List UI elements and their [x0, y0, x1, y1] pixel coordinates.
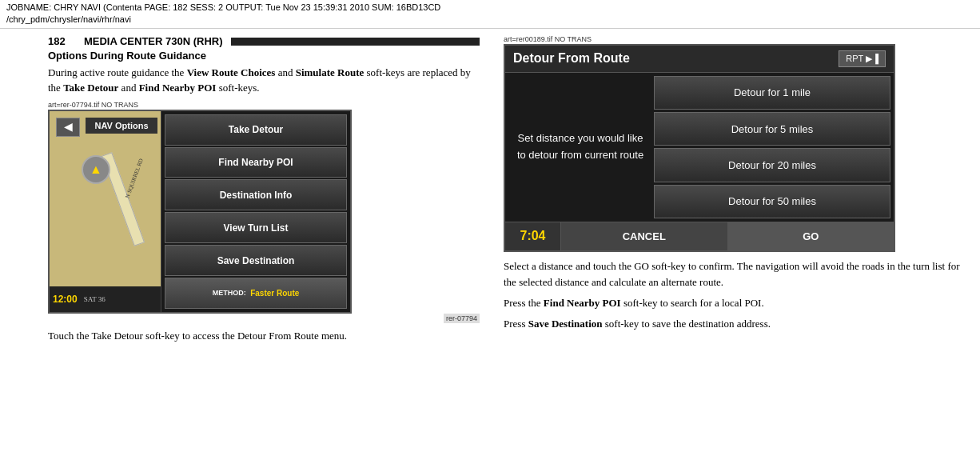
- rpt-btn[interactable]: RPT ▶▐: [839, 50, 886, 67]
- back-arrow-btn[interactable]: ◀: [56, 118, 80, 137]
- nav-map: ◀ NAV Options N SQUIRREL RD ▲ 12:00 SAT …: [50, 111, 161, 312]
- art-label-left: art=rer-07794.tif NO TRANS: [48, 101, 480, 109]
- detour-body: Set distance you would like to detour fr…: [505, 73, 894, 222]
- detour-info-text: Set distance you would like to detour fr…: [508, 76, 652, 218]
- right-paragraph3: Press Save Destination soft-key to save …: [504, 316, 964, 332]
- detour-options: Detour for 1 mile Detour for 5 miles Det…: [654, 76, 890, 218]
- nav-btn-take-detour[interactable]: Take Detour: [165, 114, 347, 146]
- art-label-right: art=rer00189.tif NO TRANS: [504, 35, 964, 43]
- body-paragraph1: During active route guidance the View Ro…: [48, 65, 480, 96]
- detour-opt-1mile[interactable]: Detour for 1 mile: [654, 76, 890, 110]
- section-heading: Options During Route Guidance: [48, 50, 480, 62]
- detour-screen: Detour From Route RPT ▶▐ Set distance yo…: [504, 44, 895, 252]
- sat-display: SAT 36: [84, 295, 106, 303]
- detour-opt-5miles[interactable]: Detour for 5 miles: [654, 112, 890, 146]
- detour-opt-50miles[interactable]: Detour for 50 miles: [654, 185, 890, 218]
- detour-footer: 7:04 CANCEL GO: [505, 222, 894, 250]
- time-display: 12:00: [53, 294, 78, 305]
- rpt-icon: ▶▐: [866, 54, 878, 64]
- detour-title: Detour From Route: [513, 51, 630, 66]
- detour-opt-20miles[interactable]: Detour for 20 miles: [654, 148, 890, 182]
- detour-time: 7:04: [505, 222, 561, 250]
- nav-btn-save-dest[interactable]: Save Destination: [165, 245, 347, 276]
- nav-bottom-bar: 12:00 SAT 36: [50, 286, 161, 312]
- nav-btn-method[interactable]: METHOD: Faster Route: [165, 278, 347, 309]
- nav-screen: ◀ NAV Options N SQUIRREL RD ▲ 12:00 SAT …: [48, 110, 352, 314]
- cancel-button[interactable]: CANCEL: [561, 222, 728, 250]
- nav-compass: ▲: [82, 155, 110, 184]
- nav-buttons: Take Detour Find Nearby POI Destination …: [161, 111, 350, 312]
- right-paragraph1: Select a distance and touch the GO soft-…: [504, 258, 964, 290]
- nav-btn-find-poi[interactable]: Find Nearby POI: [165, 147, 347, 178]
- method-value: Faster Route: [250, 289, 299, 298]
- nav-road-label: N SQUIRREL RD: [124, 158, 144, 199]
- section-number: 182: [48, 35, 66, 47]
- nav-title: NAV Options: [86, 118, 157, 134]
- right-paragraph2: Press the Find Nearby POI soft-key to se…: [504, 295, 964, 311]
- rer-label: rer-07794: [48, 314, 480, 323]
- nav-btn-turn-list[interactable]: View Turn List: [165, 212, 347, 243]
- section-label: MEDIA CENTER 730N (RHR): [84, 35, 223, 47]
- rpt-label: RPT: [846, 54, 863, 63]
- detour-header: Detour From Route RPT ▶▐: [505, 46, 894, 73]
- go-button[interactable]: GO: [728, 222, 894, 250]
- method-label: METHOD:: [213, 289, 249, 297]
- page-header: JOBNAME: CHRY NAVI (Contenta PAGE: 182 S…: [0, 0, 980, 29]
- header-line1: JOBNAME: CHRY NAVI (Contenta PAGE: 182 S…: [6, 2, 974, 14]
- nav-btn-dest-info[interactable]: Destination Info: [165, 179, 347, 210]
- caption-left: Touch the Take Detour soft-key to access…: [48, 328, 480, 344]
- header-line2: /chry_pdm/chrysler/navi/rhr/navi: [6, 14, 974, 26]
